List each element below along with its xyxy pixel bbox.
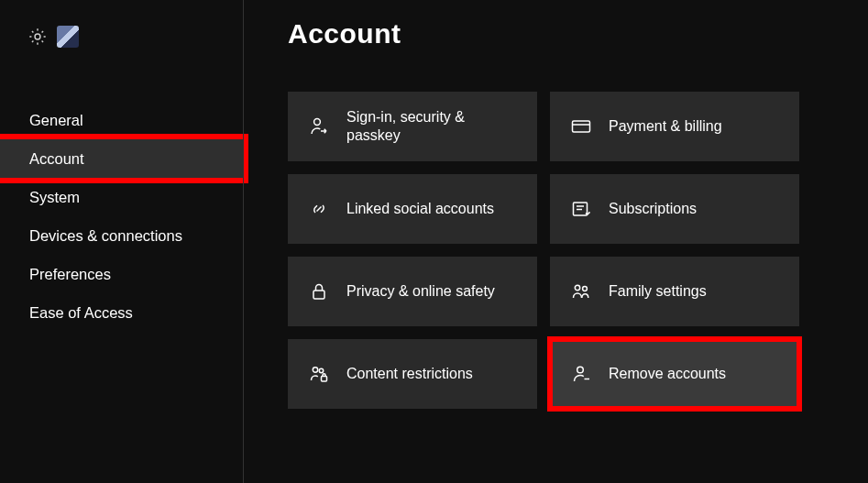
family-icon bbox=[570, 280, 592, 302]
card-privacy-safety[interactable]: Privacy & online safety bbox=[288, 257, 537, 326]
card-content-restrictions[interactable]: Content restrictions bbox=[288, 339, 537, 409]
sidebar-item-label: System bbox=[29, 189, 80, 206]
sidebar-item-label: Ease of Access bbox=[29, 304, 133, 322]
app-root: General Account System Devices & connect… bbox=[0, 0, 868, 483]
sidebar-item-ease-of-access[interactable]: Ease of Access bbox=[0, 293, 243, 332]
person-lock-icon bbox=[308, 363, 330, 385]
svg-point-10 bbox=[313, 368, 317, 372]
settings-gear-icon[interactable] bbox=[27, 27, 48, 47]
sidebar-item-devices[interactable]: Devices & connections bbox=[0, 216, 243, 255]
svg-rect-2 bbox=[573, 121, 590, 132]
card-linked-social[interactable]: Linked social accounts bbox=[288, 174, 537, 244]
svg-point-13 bbox=[577, 367, 584, 373]
card-label: Remove accounts bbox=[609, 365, 726, 383]
sidebar-item-account[interactable]: Account bbox=[0, 139, 243, 178]
card-label: Payment & billing bbox=[609, 117, 722, 136]
card-label: Sign-in, security & passkey bbox=[346, 108, 502, 145]
svg-point-9 bbox=[583, 287, 588, 291]
card-payment-billing[interactable]: Payment & billing bbox=[550, 92, 799, 161]
card-family-settings[interactable]: Family settings bbox=[550, 257, 799, 326]
card-signin-security[interactable]: Sign-in, security & passkey bbox=[288, 92, 537, 161]
subscription-icon bbox=[570, 198, 592, 220]
lock-icon bbox=[308, 280, 330, 302]
sidebar-item-label: Devices & connections bbox=[29, 227, 182, 245]
person-arrow-icon bbox=[308, 115, 330, 137]
page-title: Account bbox=[288, 18, 846, 49]
card-subscriptions[interactable]: Subscriptions bbox=[550, 174, 799, 244]
card-label: Linked social accounts bbox=[346, 200, 494, 218]
sidebar-item-label: General bbox=[29, 112, 83, 129]
card-label: Family settings bbox=[609, 282, 707, 301]
svg-point-8 bbox=[575, 285, 579, 290]
settings-cards-grid: Sign-in, security & passkey Payment & bi… bbox=[288, 92, 846, 409]
svg-point-1 bbox=[314, 119, 321, 126]
card-remove-accounts[interactable]: Remove accounts bbox=[550, 339, 799, 409]
sidebar-item-general[interactable]: General bbox=[0, 101, 243, 139]
main-panel: Account Sign-in, security & passkey Paym… bbox=[244, 0, 868, 483]
svg-rect-12 bbox=[322, 377, 327, 382]
card-label: Privacy & online safety bbox=[346, 282, 495, 301]
sidebar-nav: General Account System Devices & connect… bbox=[0, 101, 243, 332]
sidebar: General Account System Devices & connect… bbox=[0, 0, 243, 483]
svg-rect-7 bbox=[313, 291, 324, 299]
user-avatar[interactable] bbox=[57, 26, 79, 48]
credit-card-icon bbox=[570, 115, 592, 137]
sidebar-item-system[interactable]: System bbox=[0, 178, 243, 216]
sidebar-item-label: Preferences bbox=[29, 266, 111, 283]
sidebar-header bbox=[0, 16, 243, 57]
svg-point-0 bbox=[35, 34, 40, 39]
person-minus-icon bbox=[570, 363, 592, 385]
link-icon bbox=[308, 198, 330, 220]
card-label: Subscriptions bbox=[609, 200, 697, 218]
card-label: Content restrictions bbox=[346, 365, 473, 383]
sidebar-item-preferences[interactable]: Preferences bbox=[0, 255, 243, 293]
sidebar-item-label: Account bbox=[29, 150, 84, 168]
svg-point-11 bbox=[319, 368, 323, 372]
